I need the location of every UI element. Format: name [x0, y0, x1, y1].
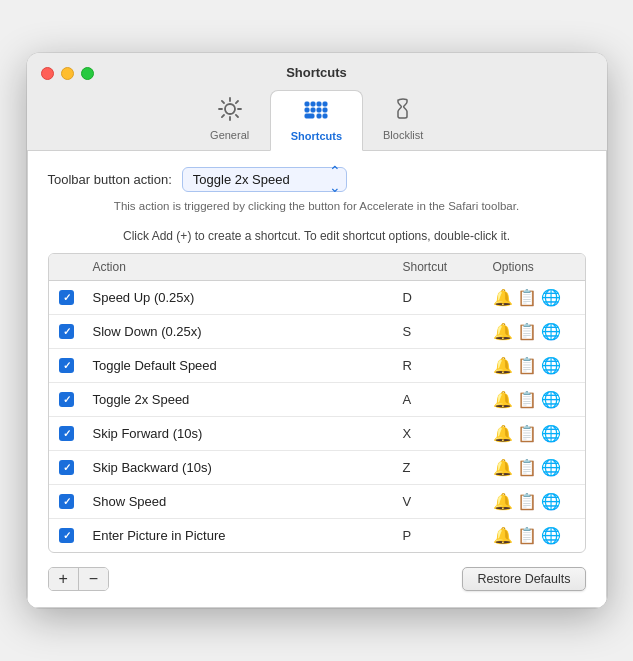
- svg-rect-1: [305, 102, 309, 106]
- row-shortcut: R: [395, 354, 485, 377]
- row-action: Speed Up (0.25x): [85, 286, 395, 309]
- bell-icon[interactable]: 🔔: [493, 322, 513, 341]
- table-header: Action Shortcut Options: [49, 254, 585, 281]
- row-checkbox[interactable]: [49, 456, 85, 479]
- row-options: 🔔 📋 🌐: [485, 522, 585, 549]
- shortcut-instruction: Click Add (+) to create a shortcut. To e…: [48, 229, 586, 243]
- doc-icon[interactable]: 📋: [517, 458, 537, 477]
- header-action: Action: [85, 258, 395, 276]
- doc-icon[interactable]: 📋: [517, 322, 537, 341]
- doc-icon[interactable]: 📋: [517, 288, 537, 307]
- checkbox-checked-icon: [59, 290, 74, 305]
- toolbar-select[interactable]: Toggle 2x Speed Toggle Default Speed Spe…: [182, 167, 347, 192]
- toolbar-action-row: Toolbar button action: Toggle 2x Speed T…: [48, 167, 586, 192]
- table-row: Skip Backward (10s) Z 🔔 📋 🌐: [49, 451, 585, 485]
- row-options: 🔔 📋 🌐: [485, 284, 585, 311]
- globe-icon[interactable]: 🌐: [541, 526, 561, 545]
- row-checkbox[interactable]: [49, 524, 85, 547]
- globe-icon[interactable]: 🌐: [541, 492, 561, 511]
- table-row: Speed Up (0.25x) D 🔔 📋 🌐: [49, 281, 585, 315]
- svg-rect-9: [305, 114, 314, 118]
- row-action: Toggle 2x Speed: [85, 388, 395, 411]
- row-shortcut: X: [395, 422, 485, 445]
- doc-icon[interactable]: 📋: [517, 526, 537, 545]
- globe-icon[interactable]: 🌐: [541, 288, 561, 307]
- titlebar: Shortcuts General: [27, 53, 607, 151]
- tab-shortcuts-label: Shortcuts: [291, 130, 342, 142]
- tab-shortcuts[interactable]: Shortcuts: [270, 90, 363, 151]
- row-shortcut: P: [395, 524, 485, 547]
- row-action: Toggle Default Speed: [85, 354, 395, 377]
- svg-point-0: [225, 104, 235, 114]
- row-checkbox[interactable]: [49, 388, 85, 411]
- row-action: Enter Picture in Picture: [85, 524, 395, 547]
- restore-defaults-button[interactable]: Restore Defaults: [462, 567, 585, 591]
- bell-icon[interactable]: 🔔: [493, 390, 513, 409]
- row-checkbox[interactable]: [49, 422, 85, 445]
- blocklist-icon: [390, 96, 416, 126]
- row-action: Slow Down (0.25x): [85, 320, 395, 343]
- bell-icon[interactable]: 🔔: [493, 356, 513, 375]
- shortcuts-icon: [303, 97, 329, 127]
- svg-rect-3: [317, 102, 321, 106]
- row-checkbox[interactable]: [49, 320, 85, 343]
- bell-icon[interactable]: 🔔: [493, 526, 513, 545]
- bell-icon[interactable]: 🔔: [493, 458, 513, 477]
- row-action: Show Speed: [85, 490, 395, 513]
- row-shortcut: A: [395, 388, 485, 411]
- bell-icon[interactable]: 🔔: [493, 288, 513, 307]
- row-options: 🔔 📋 🌐: [485, 488, 585, 515]
- add-shortcut-button[interactable]: +: [49, 568, 79, 590]
- checkbox-checked-icon: [59, 392, 74, 407]
- table-row: Enter Picture in Picture P 🔔 📋 🌐: [49, 519, 585, 552]
- maximize-button[interactable]: [81, 67, 94, 80]
- svg-rect-11: [323, 114, 327, 118]
- row-shortcut: V: [395, 490, 485, 513]
- globe-icon[interactable]: 🌐: [541, 322, 561, 341]
- globe-icon[interactable]: 🌐: [541, 424, 561, 443]
- table-row: Toggle 2x Speed A 🔔 📋 🌐: [49, 383, 585, 417]
- svg-rect-5: [305, 108, 309, 112]
- row-options: 🔔 📋 🌐: [485, 318, 585, 345]
- tab-blocklist-label: Blocklist: [383, 129, 423, 141]
- doc-icon[interactable]: 📋: [517, 356, 537, 375]
- row-checkbox[interactable]: [49, 490, 85, 513]
- bottom-bar: + − Restore Defaults: [48, 563, 586, 593]
- close-button[interactable]: [41, 67, 54, 80]
- row-options: 🔔 📋 🌐: [485, 420, 585, 447]
- bell-icon[interactable]: 🔔: [493, 424, 513, 443]
- checkbox-checked-icon: [59, 528, 74, 543]
- table-row: Show Speed V 🔔 📋 🌐: [49, 485, 585, 519]
- svg-rect-8: [323, 108, 327, 112]
- header-options: Options: [485, 258, 585, 276]
- tab-blocklist[interactable]: Blocklist: [363, 90, 443, 150]
- minimize-button[interactable]: [61, 67, 74, 80]
- bell-icon[interactable]: 🔔: [493, 492, 513, 511]
- doc-icon[interactable]: 📋: [517, 424, 537, 443]
- row-shortcut: Z: [395, 456, 485, 479]
- toolbar-description: This action is triggered by clicking the…: [48, 198, 586, 215]
- globe-icon[interactable]: 🌐: [541, 390, 561, 409]
- checkbox-checked-icon: [59, 494, 74, 509]
- traffic-lights: [41, 67, 94, 80]
- globe-icon[interactable]: 🌐: [541, 356, 561, 375]
- tab-general[interactable]: General: [190, 90, 270, 150]
- row-checkbox[interactable]: [49, 354, 85, 377]
- globe-icon[interactable]: 🌐: [541, 458, 561, 477]
- checkbox-checked-icon: [59, 358, 74, 373]
- header-checkbox: [49, 258, 85, 276]
- row-options: 🔔 📋 🌐: [485, 352, 585, 379]
- table-row: Slow Down (0.25x) S 🔔 📋 🌐: [49, 315, 585, 349]
- window-title: Shortcuts: [286, 65, 347, 80]
- remove-shortcut-button[interactable]: −: [79, 568, 108, 590]
- doc-icon[interactable]: 📋: [517, 390, 537, 409]
- tab-bar: General: [190, 90, 444, 150]
- app-window: Shortcuts General: [27, 53, 607, 608]
- row-checkbox[interactable]: [49, 286, 85, 309]
- doc-icon[interactable]: 📋: [517, 492, 537, 511]
- checkbox-checked-icon: [59, 324, 74, 339]
- row-shortcut: S: [395, 320, 485, 343]
- row-options: 🔔 📋 🌐: [485, 454, 585, 481]
- header-shortcut: Shortcut: [395, 258, 485, 276]
- svg-rect-6: [311, 108, 315, 112]
